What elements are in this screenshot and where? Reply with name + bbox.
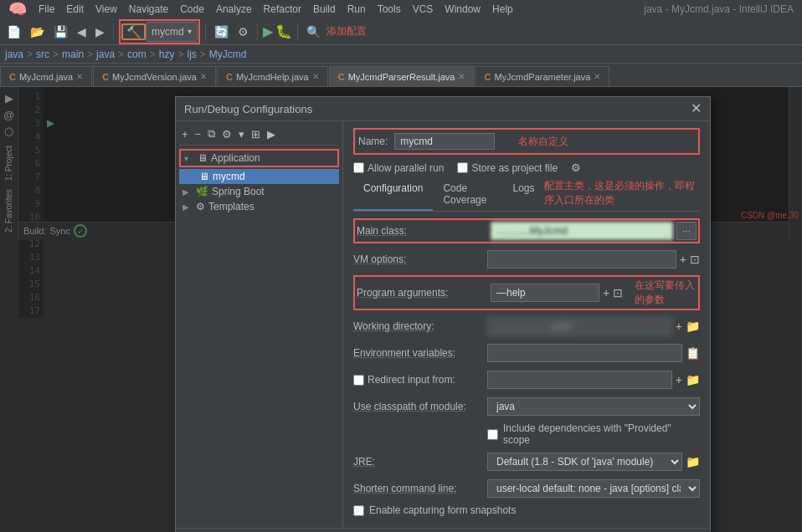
shorten-select[interactable]: user-local default: none - java [options…: [487, 479, 700, 498]
sep2: [205, 23, 206, 40]
menu-vcs[interactable]: VCS: [408, 2, 439, 17]
working-dir-input[interactable]: [487, 317, 672, 335]
program-args-expand-btn[interactable]: +: [603, 286, 609, 299]
main-class-row: Main class: ···: [353, 218, 700, 243]
allow-parallel-item: Allow parallel run: [353, 162, 444, 174]
save-btn[interactable]: 💾: [50, 24, 71, 39]
redirect-browse-btn[interactable]: 📁: [686, 373, 700, 386]
redirect-expand-btn[interactable]: +: [676, 373, 682, 386]
open-btn[interactable]: 📂: [27, 24, 48, 39]
back-btn[interactable]: ◀: [74, 24, 90, 39]
dialog-titlebar: Run/Debug Configurations ✕: [176, 97, 710, 121]
tab-parserresult[interactable]: C MyJcmdParserResult.java ✕: [329, 66, 475, 86]
tab-close-help[interactable]: ✕: [312, 72, 319, 81]
working-dir-field-container: + 📁: [487, 317, 700, 335]
menu-file[interactable]: File: [33, 2, 59, 17]
env-vars-input[interactable]: [487, 344, 682, 362]
tree-node-templates[interactable]: ▶ ⚙ Templates: [179, 199, 339, 214]
tab-parameter[interactable]: C MyJcmdParameter.java ✕: [475, 66, 609, 86]
main-content: ▶ @ ⬡ 1: Project 2: Favorites 12345 6789…: [0, 87, 802, 240]
breadcrumb-hzy[interactable]: hzy: [159, 49, 175, 60]
build-icon-btn[interactable]: 🔨: [121, 23, 146, 40]
menu-tools[interactable]: Tools: [373, 2, 406, 17]
config-annotation: 配置主类，这是必须的操作，即程序入口所在的类: [544, 179, 700, 211]
main-class-label: Main class:: [357, 225, 491, 237]
vm-options-expand-btn[interactable]: +: [680, 253, 686, 266]
debug-btn[interactable]: 🐛: [275, 23, 292, 39]
working-dir-expand-btn[interactable]: +: [676, 320, 682, 333]
new-file-btn[interactable]: 📄: [3, 24, 24, 39]
tree-add-btn[interactable]: +: [179, 127, 191, 141]
working-dir-folder-btn[interactable]: 📁: [686, 320, 700, 333]
tree-copy-btn[interactable]: ⧉: [205, 126, 218, 141]
include-deps-checkbox[interactable]: [487, 429, 498, 440]
breadcrumb-java2[interactable]: java: [96, 49, 115, 60]
breadcrumb-com[interactable]: com: [127, 49, 147, 60]
vm-options-input[interactable]: [487, 250, 676, 269]
tab-myjcmdversion[interactable]: C MyJcmdVersion.java ✕: [93, 66, 216, 86]
menu-window[interactable]: Window: [440, 2, 486, 17]
breadcrumb-myjcmd[interactable]: MyJcmd: [209, 49, 247, 60]
tab-label-param: MyJcmdParameter.java: [494, 72, 590, 82]
name-input[interactable]: [394, 133, 495, 150]
sub-tab-configuration[interactable]: Configuration: [353, 179, 433, 211]
store-project-checkbox[interactable]: [457, 162, 468, 173]
menu-build[interactable]: Build: [308, 2, 341, 17]
settings-btn[interactable]: ⚙: [234, 24, 252, 39]
refresh-btn[interactable]: 🔄: [211, 24, 232, 39]
run-btn[interactable]: ▶: [263, 23, 273, 39]
tab-close-param[interactable]: ✕: [594, 72, 600, 81]
tab-myjcmd[interactable]: C MyJcmd.java ✕: [0, 66, 92, 86]
tree-node-mycmd[interactable]: 🖥 mycmd: [179, 169, 339, 184]
sub-tab-logs[interactable]: Logs: [502, 179, 544, 211]
program-args-fullscreen-btn[interactable]: ⊡: [613, 286, 623, 299]
tree-more-btn[interactable]: ▾: [236, 127, 247, 141]
menu-analyze[interactable]: Analyze: [211, 2, 257, 17]
vm-options-fullscreen-btn[interactable]: ⊡: [690, 253, 700, 266]
enable-capture-checkbox[interactable]: [353, 505, 364, 516]
tab-myjcmdhelp[interactable]: C MyJcmdHelp.java ✕: [217, 66, 328, 86]
breadcrumb-ljs[interactable]: ljs: [188, 49, 197, 60]
tree-group-btn[interactable]: ⊞: [249, 127, 263, 141]
main-class-input[interactable]: [491, 222, 673, 240]
search-btn[interactable]: 🔍: [303, 24, 324, 39]
tab-close-parser[interactable]: ✕: [458, 72, 465, 81]
program-args-input[interactable]: [491, 284, 599, 302]
menu-help[interactable]: Help: [487, 2, 518, 17]
menu-edit[interactable]: Edit: [61, 2, 89, 17]
redirect-checkbox[interactable]: [353, 375, 364, 386]
menu-navigate[interactable]: Navigate: [124, 2, 173, 17]
breadcrumb-src[interactable]: src: [36, 49, 49, 60]
classpath-row: Use classpath of module: java: [353, 396, 700, 417]
tree-node-springboot[interactable]: ▶ 🌿 Spring Boot: [179, 184, 339, 199]
redirect-input[interactable]: [487, 371, 672, 389]
main-class-browse-btn[interactable]: ···: [676, 222, 697, 240]
dialog-close-btn[interactable]: ✕: [691, 102, 702, 115]
tab-close-version[interactable]: ✕: [200, 72, 207, 81]
allow-parallel-checkbox[interactable]: [353, 162, 364, 173]
tree-run-btn[interactable]: ▶: [265, 127, 278, 141]
menu-run[interactable]: Run: [342, 2, 371, 17]
tab-label-parser: MyJcmdParserResult.java: [348, 72, 455, 82]
classpath-select[interactable]: java: [487, 397, 700, 416]
menu-view[interactable]: View: [90, 2, 122, 17]
tree-node-application[interactable]: ▾ 🖥 Application: [181, 151, 337, 166]
run-config-selector[interactable]: mycmd ▾: [146, 22, 198, 42]
breadcrumb-java[interactable]: java: [5, 49, 23, 60]
tree-settings-btn[interactable]: ⚙: [219, 127, 234, 141]
env-vars-browse-btn[interactable]: 📋: [686, 346, 700, 360]
dialog-title: Run/Debug Configurations: [184, 103, 312, 115]
menu-refactor[interactable]: Refactor: [259, 2, 306, 17]
jre-select[interactable]: Default (1.8 - SDK of 'java' module): [487, 453, 682, 471]
menu-code[interactable]: Code: [175, 2, 209, 17]
templates-icon: ⚙: [196, 201, 205, 212]
tree-remove-btn[interactable]: −: [193, 127, 204, 141]
store-settings-btn[interactable]: ⚙: [571, 161, 581, 174]
forward-btn[interactable]: ▶: [92, 24, 108, 39]
tab-icon-help: C: [226, 72, 233, 82]
breadcrumb-main[interactable]: main: [62, 49, 84, 60]
sub-tab-coverage[interactable]: Code Coverage: [433, 179, 502, 211]
tab-close-myjcmd[interactable]: ✕: [76, 72, 83, 81]
jre-folder-btn[interactable]: 📁: [686, 455, 700, 468]
name-annotation: 名称自定义: [518, 135, 568, 149]
